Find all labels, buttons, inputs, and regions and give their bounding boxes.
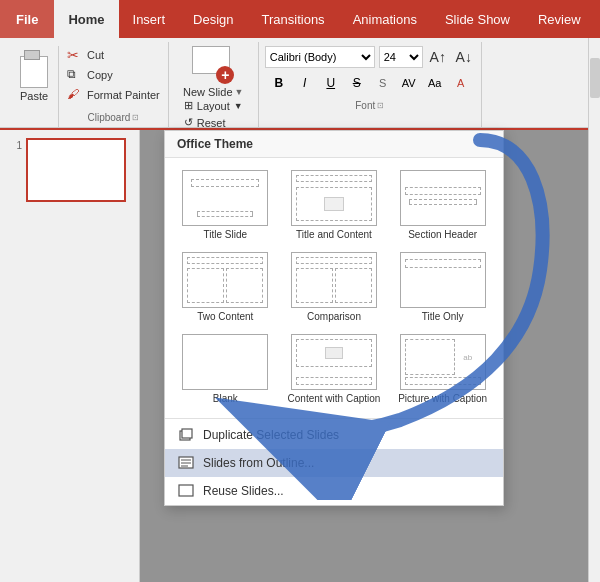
slides-from-outline-label: Slides from Outline... (203, 456, 314, 470)
layout-content-caption-label: Content with Caption (288, 393, 381, 404)
layout-thumb-title-content (291, 170, 377, 226)
slide-number: 1 (8, 140, 22, 151)
decrease-font-button[interactable]: A↓ (453, 46, 475, 68)
menu-review[interactable]: Review (524, 0, 595, 38)
font-row1: Calibri (Body) 24 A↑ A↓ (265, 46, 475, 68)
paste-button[interactable]: Paste (10, 46, 59, 127)
slide-thumb-panel: 1 (0, 130, 140, 582)
reuse-slides-label: Reuse Slides... (203, 484, 284, 498)
layout-title-content[interactable]: Title and Content (284, 168, 385, 242)
dropdown-header: Office Theme (165, 131, 503, 158)
layout-title-slide-label: Title Slide (204, 229, 248, 240)
format-painter-icon: 🖌 (67, 87, 83, 103)
outline-icon (177, 454, 195, 472)
duplicate-icon (177, 426, 195, 444)
layout-picture-caption-label: Picture with Caption (398, 393, 487, 404)
underline-button[interactable]: U (320, 72, 342, 94)
svg-rect-1 (182, 429, 192, 438)
layout-two-content[interactable]: Two Content (175, 250, 276, 324)
layout-blank[interactable]: Blank (175, 332, 276, 406)
layout-dropdown-icon: ▼ (234, 101, 243, 111)
font-color-button[interactable]: A (450, 72, 472, 94)
layout-dropdown-menu: Office Theme Title Slide Title and Conte… (164, 130, 504, 506)
paste-icon (18, 50, 50, 88)
expand-font-icon[interactable]: ⊡ (377, 101, 384, 110)
layout-title-content-label: Title and Content (296, 229, 372, 240)
scissors-icon: ✂ (67, 47, 83, 63)
layout-comparison[interactable]: Comparison (284, 250, 385, 324)
font-case-button[interactable]: Aa (424, 72, 446, 94)
copy-button[interactable]: ⧉ Copy (65, 66, 162, 84)
reset-icon: ↺ (184, 116, 193, 129)
font-group: Calibri (Body) 24 A↑ A↓ B I U S S AV Aa … (259, 42, 482, 127)
format-painter-button[interactable]: 🖌 Format Painter (65, 86, 162, 104)
cut-button[interactable]: ✂ Cut (65, 46, 162, 64)
layout-grid-icon: ⊞ (184, 99, 193, 112)
layout-thumb-two-content (182, 252, 268, 308)
layout-thumb-picture-caption: ab (400, 334, 486, 390)
font-spacing-button[interactable]: AV (398, 72, 420, 94)
menu-insert[interactable]: Insert (119, 0, 180, 38)
reuse-icon (177, 482, 195, 500)
layout-thumb-blank (182, 334, 268, 390)
layout-title-only[interactable]: Title Only (392, 250, 493, 324)
clipboard-group: Paste ✂ Cut ⧉ Copy 🖌 Format Painter Clip… (4, 42, 169, 127)
font-row2: B I U S S AV Aa A (268, 72, 472, 94)
layout-content-with-caption[interactable]: Content with Caption (284, 332, 385, 406)
duplicate-slides-action[interactable]: Duplicate Selected Slides (165, 421, 503, 449)
font-group-label: Font ⊡ (265, 98, 475, 115)
layout-blank-label: Blank (213, 393, 238, 404)
layout-thumb-comparison (291, 252, 377, 308)
ribbon-inner: Paste ✂ Cut ⧉ Copy 🖌 Format Painter Clip… (0, 38, 600, 128)
layout-thumb-title-only (400, 252, 486, 308)
slide-preview (26, 138, 126, 202)
layout-section-label: Section Header (408, 229, 477, 240)
clipboard-group-label: Clipboard ⊡ (65, 110, 162, 127)
layout-picture-with-caption[interactable]: ab Picture with Caption (392, 332, 493, 406)
vertical-scrollbar[interactable] (588, 38, 600, 582)
menu-design[interactable]: Design (179, 0, 247, 38)
duplicate-slides-label: Duplicate Selected Slides (203, 428, 339, 442)
copy-icon: ⧉ (67, 67, 83, 83)
menu-slideshow[interactable]: Slide Show (431, 0, 524, 38)
clipboard-buttons: ✂ Cut ⧉ Copy 🖌 Format Painter Clipboard … (65, 46, 162, 127)
layout-button[interactable]: ⊞ Layout ▼ (180, 98, 247, 113)
layout-two-content-label: Two Content (197, 311, 253, 322)
new-slide-label: New Slide ▼ (183, 86, 243, 98)
menu-file[interactable]: File (0, 0, 54, 38)
bold-button[interactable]: B (268, 72, 290, 94)
menu-transitions[interactable]: Transitions (248, 0, 339, 38)
scroll-thumb[interactable] (590, 58, 600, 98)
new-slide-group: + New Slide ▼ ⊞ Layout ▼ ↺ Reset (169, 42, 259, 127)
layout-comparison-label: Comparison (307, 311, 361, 322)
italic-button[interactable]: I (294, 72, 316, 94)
font-family-select[interactable]: Calibri (Body) (265, 46, 375, 68)
increase-font-button[interactable]: A↑ (427, 46, 449, 68)
new-slide-button[interactable]: + New Slide ▼ (183, 46, 243, 98)
slide-thumbnail-1[interactable]: 1 (8, 138, 131, 202)
layout-title-slide[interactable]: Title Slide (175, 168, 276, 242)
font-size-select[interactable]: 24 (379, 46, 423, 68)
layout-title-only-label: Title Only (422, 311, 464, 322)
dropdown-divider-1 (165, 418, 503, 419)
new-slide-icon: + (192, 46, 234, 84)
layout-section-header[interactable]: Section Header (392, 168, 493, 242)
layout-thumb-content-caption (291, 334, 377, 390)
svg-rect-6 (179, 485, 193, 496)
menu-bar: File Home Insert Design Transitions Anim… (0, 0, 600, 38)
layout-grid: Title Slide Title and Content Section He… (165, 158, 503, 416)
layout-thumb-title-slide (182, 170, 268, 226)
reuse-slides-action[interactable]: Reuse Slides... (165, 477, 503, 505)
expand-icon[interactable]: ⊡ (132, 113, 139, 122)
layout-thumb-section (400, 170, 486, 226)
menu-animations[interactable]: Animations (339, 0, 431, 38)
strikethrough-button[interactable]: S (346, 72, 368, 94)
shadow-button[interactable]: S (372, 72, 394, 94)
paste-label: Paste (20, 90, 48, 102)
ribbon: Paste ✂ Cut ⧉ Copy 🖌 Format Painter Clip… (0, 38, 600, 130)
reset-button[interactable]: ↺ Reset (180, 115, 247, 130)
new-slide-dropdown-icon[interactable]: ▼ (235, 87, 244, 97)
slides-from-outline-action[interactable]: Slides from Outline... (165, 449, 503, 477)
layout-reset-row: ⊞ Layout ▼ ↺ Reset (180, 98, 247, 130)
menu-home[interactable]: Home (54, 0, 118, 38)
